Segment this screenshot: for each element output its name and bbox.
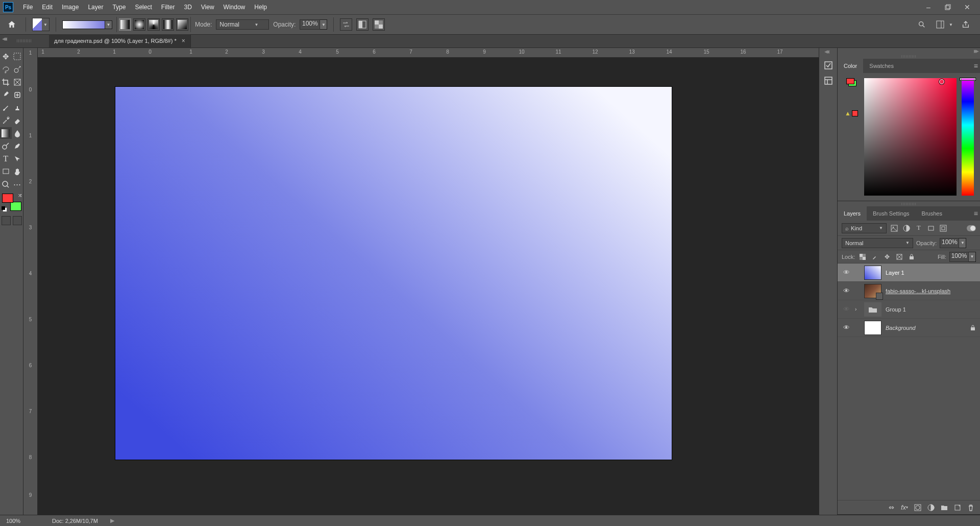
menu-select[interactable]: Select <box>130 0 156 14</box>
brush-tool[interactable] <box>0 102 12 113</box>
panel-drag-handle[interactable] <box>838 201 980 206</box>
dither-toggle[interactable] <box>356 18 369 31</box>
hand-tool[interactable] <box>12 165 23 177</box>
filter-toggle[interactable] <box>967 225 976 231</box>
menu-filter[interactable]: Filter <box>157 0 180 14</box>
move-tool[interactable]: ✥ <box>0 51 12 62</box>
gradient-diamond-button[interactable] <box>176 18 188 31</box>
layer-row[interactable]: 👁 Background <box>838 319 980 337</box>
layer-name[interactable]: Group 1 <box>886 306 906 313</box>
menu-3d[interactable]: 3D <box>179 0 196 14</box>
marquee-tool[interactable] <box>12 51 23 62</box>
reverse-gradient-toggle[interactable] <box>340 18 352 31</box>
lock-pixels-icon[interactable] <box>870 252 879 261</box>
menu-window[interactable]: Window <box>219 0 250 14</box>
expand-dock-icon[interactable]: ◀◀ <box>824 49 827 54</box>
eyedropper-tool[interactable] <box>0 89 12 101</box>
layer-row[interactable]: 👁 Layer 1 <box>838 264 980 282</box>
lock-position-icon[interactable]: ✥ <box>883 252 892 261</box>
layer-opacity-input[interactable]: 100% <box>940 238 959 248</box>
window-maximize-button[interactable] <box>938 0 958 14</box>
layer-row[interactable]: 👁 › Group 1 <box>838 300 980 319</box>
color-tab[interactable]: Color <box>838 59 863 73</box>
window-close-button[interactable]: ✕ <box>958 0 977 14</box>
gradient-linear-button[interactable] <box>119 18 131 31</box>
layer-name[interactable]: fabio-sasso-…kI-unsplash <box>886 288 950 294</box>
lock-transparency-icon[interactable] <box>858 252 867 261</box>
crop-tool[interactable] <box>0 76 12 88</box>
home-button[interactable] <box>4 17 19 32</box>
layer-thumbnail[interactable] <box>864 321 881 335</box>
canvas-viewport[interactable] <box>38 58 819 515</box>
chevron-down-icon[interactable]: ▼ <box>969 252 976 262</box>
filter-adjustment-layer-icon[interactable] <box>902 224 911 233</box>
layer-row[interactable]: 👁 fabio-sasso-…kI-unsplash <box>838 282 980 300</box>
gradient-angle-button[interactable] <box>148 18 160 31</box>
opacity-input[interactable]: 100% <box>300 19 320 30</box>
layer-blend-mode-select[interactable]: Normal▼ <box>842 238 913 248</box>
new-adjustment-button[interactable] <box>926 503 936 513</box>
layer-name[interactable]: Layer 1 <box>886 270 904 276</box>
standard-mode-button[interactable] <box>2 216 11 225</box>
visibility-toggle[interactable]: 👁 <box>842 324 851 331</box>
color-swatches[interactable]: ⤭ <box>2 194 21 211</box>
add-mask-button[interactable] <box>913 503 923 513</box>
color-swatch-pair[interactable] <box>846 78 856 86</box>
brush-settings-tab[interactable]: Brush Settings <box>867 206 916 221</box>
new-group-button[interactable] <box>939 503 949 513</box>
swatches-tab[interactable]: Swatches <box>863 59 900 73</box>
pen-tool[interactable] <box>12 140 23 152</box>
type-tool[interactable]: T <box>0 153 12 164</box>
history-panel-icon[interactable] <box>821 58 836 73</box>
default-colors-icon[interactable] <box>2 206 7 212</box>
background-color[interactable] <box>10 202 21 211</box>
menu-edit[interactable]: Edit <box>37 0 57 14</box>
dodge-tool[interactable] <box>0 140 12 152</box>
menu-view[interactable]: View <box>197 0 219 14</box>
gradient-tool[interactable] <box>0 127 12 139</box>
close-icon[interactable]: × <box>182 37 185 44</box>
layers-tab[interactable]: Layers <box>838 206 867 221</box>
history-brush-tool[interactable] <box>0 114 12 126</box>
path-selection-tool[interactable] <box>12 153 23 164</box>
layer-style-button[interactable]: fx▾ <box>899 503 910 513</box>
hue-slider[interactable] <box>962 78 974 196</box>
swap-colors-icon[interactable]: ⤭ <box>18 193 22 198</box>
fill-input[interactable]: 100% <box>949 252 969 262</box>
chevron-down-icon[interactable]: ▼ <box>959 238 966 248</box>
visibility-toggle[interactable]: 👁 <box>842 287 851 295</box>
artboard[interactable] <box>115 87 672 460</box>
gradient-preview-picker[interactable]: ▼ <box>62 20 112 29</box>
panel-drag-handle[interactable] <box>838 54 980 59</box>
new-layer-button[interactable] <box>952 503 963 513</box>
chevron-down-icon[interactable]: ▼ <box>320 19 327 30</box>
gradient-reflected-button[interactable] <box>162 18 174 31</box>
edit-toolbar-button[interactable]: ⋯ <box>12 178 23 190</box>
panel-menu-icon[interactable]: ≡ <box>974 209 978 218</box>
workspace-switcher[interactable]: ▼ <box>933 17 954 32</box>
quick-selection-tool[interactable] <box>12 63 23 75</box>
menu-help[interactable]: Help <box>250 0 272 14</box>
collapse-panels-icon[interactable]: ▶▶ <box>974 48 980 54</box>
menu-image[interactable]: Image <box>57 0 83 14</box>
saturation-value-field[interactable] <box>864 78 957 196</box>
foreground-color[interactable] <box>2 194 13 203</box>
zoom-level[interactable]: 100% <box>6 518 42 524</box>
delete-layer-button[interactable] <box>966 503 976 513</box>
gradient-radial-button[interactable] <box>133 18 145 31</box>
layer-filter-kind-select[interactable]: ⌕ Kind ▼ <box>842 223 887 233</box>
filter-type-layer-icon[interactable]: T <box>914 224 923 233</box>
properties-panel-icon[interactable] <box>821 74 836 88</box>
panel-menu-icon[interactable]: ≡ <box>974 62 978 70</box>
out-of-gamut-warning[interactable]: ▲ <box>845 110 858 117</box>
filter-shape-layer-icon[interactable] <box>926 224 936 233</box>
document-tab[interactable]: для градиента.psd @ 100% (Layer 1, RGB/8… <box>49 34 191 47</box>
rectangle-tool[interactable] <box>0 165 12 177</box>
tab-strip-drag-handle[interactable] <box>0 34 49 47</box>
vertical-ruler[interactable]: 1 0 1 2 3 4 5 6 7 8 9 <box>23 48 38 515</box>
status-flyout-icon[interactable]: ▶ <box>110 517 114 524</box>
healing-brush-tool[interactable] <box>12 89 23 101</box>
layer-thumbnail[interactable] <box>864 284 881 298</box>
menu-type[interactable]: Type <box>108 0 130 14</box>
blend-mode-select[interactable]: Normal ▼ <box>216 19 269 30</box>
